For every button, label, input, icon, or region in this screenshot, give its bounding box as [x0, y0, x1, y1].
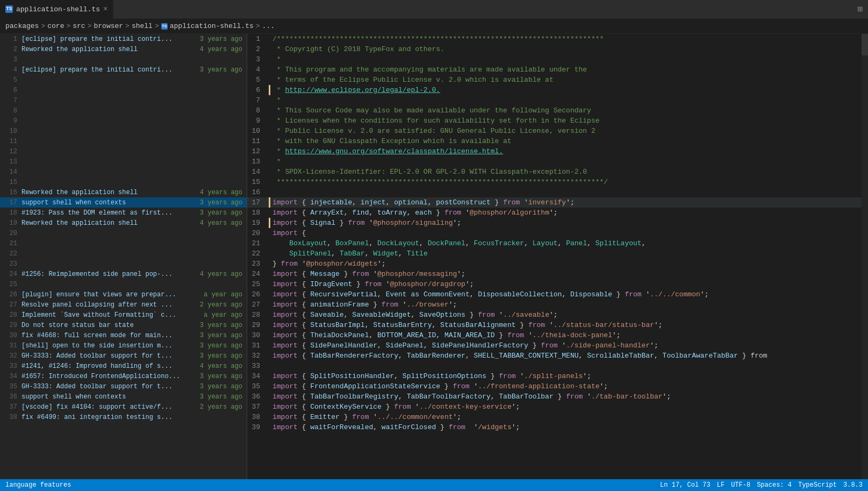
- breadcrumb-part-src[interactable]: src: [73, 22, 85, 30]
- layout-icon[interactable]: ⊞: [852, 4, 868, 15]
- blame-row[interactable]: 28Implement `Save without Formatting` c.…: [0, 310, 247, 320]
- blame-row[interactable]: 18#1923: Pass the DOM element as first..…: [0, 208, 247, 218]
- blame-row[interactable]: 5: [0, 75, 247, 85]
- breadcrumb-part-core[interactable]: core: [47, 22, 64, 30]
- blame-commit-message: [shell] open to the side insertion m...: [21, 342, 196, 350]
- blame-row[interactable]: 17support shell when contexts3 years ago: [0, 197, 247, 208]
- code-line: 4 * This program and the accompanying ma…: [247, 65, 862, 75]
- line-number: 33: [247, 362, 269, 370]
- blame-row[interactable]: 24#1256: Reimplemented side panel pop-..…: [0, 269, 247, 279]
- blame-commit-message: fix #6499: ani integration testing s...: [21, 414, 238, 421]
- blame-row[interactable]: 31[shell] open to the side insertion m..…: [0, 340, 247, 351]
- blame-row[interactable]: 9: [0, 116, 247, 126]
- breadcrumb-ts-icon: TS: [161, 23, 168, 30]
- blame-row[interactable]: 1[eclipse] prepare the initial contri...…: [0, 34, 247, 44]
- blame-row[interactable]: 4[eclipse] prepare the initial contri...…: [0, 65, 247, 75]
- blame-row[interactable]: 14: [0, 167, 247, 177]
- close-tab-button[interactable]: ×: [103, 5, 107, 13]
- code-line: 37import { ContextKeyService } from '../…: [247, 402, 862, 412]
- line-content: * This Source Code may also be made avai…: [272, 106, 862, 115]
- status-lf[interactable]: LF: [717, 481, 724, 489]
- blame-line-number: 6: [4, 87, 17, 94]
- blame-row[interactable]: 16Reworked the application shell4 years …: [0, 187, 247, 197]
- blame-row[interactable]: 36support shell when contexts3 years ago: [0, 392, 247, 402]
- blame-time: 3 years ago: [200, 342, 242, 350]
- blame-row[interactable]: 22: [0, 248, 247, 259]
- line-content: [272, 188, 862, 196]
- gutter-indicator: [269, 187, 270, 197]
- blame-panel[interactable]: 1[eclipse] prepare the initial contri...…: [0, 34, 247, 479]
- status-position[interactable]: Ln 17, Col 73: [660, 481, 711, 489]
- line-content: import { animationFrame } from '../brows…: [272, 301, 862, 309]
- blame-time: 3 years ago: [200, 332, 242, 339]
- blame-row[interactable]: 11: [0, 136, 247, 146]
- blame-line-number: 32: [4, 352, 17, 360]
- blame-row[interactable]: 13: [0, 156, 247, 167]
- blame-row[interactable]: 26[plugin] ensure that views are prepar.…: [0, 289, 247, 300]
- minimap-thumb[interactable]: [862, 34, 868, 55]
- status-language-features[interactable]: language features: [5, 481, 71, 489]
- breadcrumb-part-file[interactable]: TS application-shell.ts: [161, 22, 254, 30]
- breadcrumb-part-packages[interactable]: packages: [5, 22, 39, 30]
- gutter-indicator: [269, 177, 270, 187]
- line-number: 21: [247, 239, 269, 247]
- blame-row[interactable]: 2Reworked the application shell4 years a…: [0, 44, 247, 54]
- blame-row[interactable]: 23: [0, 259, 247, 269]
- line-content: import { ArrayExt, find, toArray, each }…: [272, 209, 862, 217]
- breadcrumb-part-browser[interactable]: browser: [94, 22, 123, 30]
- line-number: 2: [247, 45, 269, 53]
- breadcrumb-part-shell[interactable]: shell: [132, 22, 153, 30]
- blame-row[interactable]: 37[vscode] fix #4104: support active/f..…: [0, 402, 247, 412]
- blame-time: 3 years ago: [200, 373, 242, 380]
- blame-row[interactable]: 27Resolve panel collapsing after next ..…: [0, 300, 247, 310]
- blame-row[interactable]: 12: [0, 146, 247, 156]
- blame-row[interactable]: 20: [0, 228, 247, 238]
- blame-row[interactable]: 33#1241, #1246: Improved handling of s..…: [0, 361, 247, 371]
- blame-line-number: 9: [4, 117, 17, 125]
- status-version[interactable]: 3.8.3: [843, 481, 863, 489]
- blame-line-number: 23: [4, 260, 17, 268]
- code-line: 35import { FrontendApplicationStateServi…: [247, 381, 862, 392]
- gutter-indicator: [269, 330, 270, 340]
- blame-row[interactable]: 8: [0, 105, 247, 116]
- blame-row[interactable]: 19Reworked the application shell4 years …: [0, 218, 247, 228]
- code-line: 8 * This Source Code may also be made av…: [247, 105, 862, 116]
- status-utf8[interactable]: UTF-8: [731, 481, 750, 489]
- breadcrumb-filename: application-shell.ts: [170, 22, 254, 30]
- blame-row[interactable]: 6: [0, 85, 247, 95]
- line-number: 18: [247, 209, 269, 217]
- blame-row[interactable]: 3: [0, 54, 247, 65]
- line-content: BoxLayout, BoxPanel, DockLayout, DockPan…: [272, 239, 862, 247]
- blame-commit-message: [eclipse] prepare the initial contri...: [21, 35, 196, 43]
- blame-row[interactable]: 10: [0, 126, 247, 136]
- blame-row[interactable]: 38fix #6499: ani integration testing s..…: [0, 412, 247, 422]
- blame-row[interactable]: 35GH-3333: Added toolbar support for t..…: [0, 381, 247, 392]
- gutter-indicator: [269, 259, 270, 269]
- blame-line-number: 20: [4, 230, 17, 237]
- blame-row[interactable]: 15: [0, 177, 247, 187]
- blame-row[interactable]: 21: [0, 238, 247, 248]
- blame-line-number: 37: [4, 403, 17, 411]
- code-line: 2 * Copyright (C) 2018 TypeFox and other…: [247, 44, 862, 54]
- blame-row[interactable]: 25: [0, 279, 247, 289]
- blame-commit-message: Implement `Save without Formatting` c...: [21, 311, 199, 319]
- code-panel[interactable]: 1/**************************************…: [247, 34, 862, 479]
- blame-row[interactable]: 30fix #4668: full screen mode for main..…: [0, 330, 247, 340]
- status-spaces[interactable]: Spaces: 4: [757, 481, 792, 489]
- code-line: 18import { ArrayExt, find, toArray, each…: [247, 208, 862, 218]
- blame-row[interactable]: 34#1657: Introduced FrontendApplicationo…: [0, 371, 247, 381]
- minimap-scrollbar[interactable]: [862, 34, 868, 479]
- breadcrumb-part-ellipsis[interactable]: ...: [262, 22, 275, 30]
- active-tab[interactable]: TS application-shell.ts ×: [0, 0, 113, 19]
- code-line: 22 SplitPanel, TabBar, Widget, Title: [247, 248, 862, 259]
- gutter-indicator: [269, 392, 270, 402]
- blame-row[interactable]: 32GH-3333: Added toolbar support for t..…: [0, 351, 247, 361]
- blame-time: 4 years ago: [200, 46, 242, 53]
- blame-row[interactable]: 29Do not store status bar state3 years a…: [0, 320, 247, 330]
- line-content: ****************************************…: [272, 178, 862, 186]
- line-number: 35: [247, 382, 269, 390]
- status-language[interactable]: TypeScript: [798, 481, 837, 489]
- blame-row[interactable]: 7: [0, 95, 247, 105]
- blame-time: 4 years ago: [200, 189, 242, 196]
- blame-commit-message: #1657: Introduced FrontendApplicationo..…: [21, 373, 196, 380]
